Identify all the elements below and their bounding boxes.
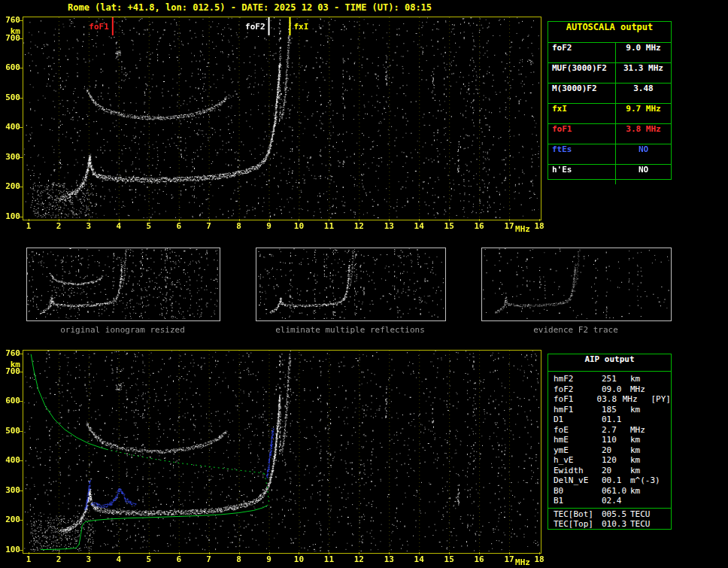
aip-row: hmF2251km xyxy=(548,374,671,384)
aip-row-extra xyxy=(662,455,671,466)
y-tick-label: 600 xyxy=(0,396,20,405)
aip-row-value: 03.8 xyxy=(597,394,623,405)
x-tick-label: 7 xyxy=(200,555,218,564)
screen: { "title": "Rome (lat: +41.8, lon: 012.5… xyxy=(0,0,728,568)
aip-row-label: B1 xyxy=(548,496,602,506)
aip-row-unit xyxy=(630,415,662,425)
aip-row: B0061.0km xyxy=(548,486,671,497)
aip-row: foE2.7MHz xyxy=(548,425,671,436)
aip-row-unit: km xyxy=(630,466,662,476)
aip-row-label: foF2 xyxy=(548,384,602,395)
aip-row-extra xyxy=(662,445,671,456)
aip-row-label: B0 xyxy=(548,486,602,497)
autoscala-row-value: 31.3 MHz xyxy=(616,63,671,83)
thumbnail-eliminate-reflections-canvas xyxy=(256,248,444,319)
x-tick-label: 12 xyxy=(350,555,368,564)
aip-row-value: 20 xyxy=(602,466,630,476)
y-tick-label: 400 xyxy=(0,456,20,465)
thumbnail-caption-original: original ionogram resized xyxy=(26,325,219,335)
aip-row: D101.1 xyxy=(548,415,671,425)
aip-table-header: AIP output xyxy=(548,354,671,372)
aip-row-unit: TECU xyxy=(630,519,662,530)
x-tick-label: 15 xyxy=(440,222,458,231)
x-tick-label: 5 xyxy=(140,555,158,564)
aip-row-unit: MHz xyxy=(623,394,651,405)
x-tick-label: 14 xyxy=(410,222,428,231)
aip-row-label: h_vE xyxy=(548,455,602,466)
aip-row-value: 00.1 xyxy=(602,475,630,486)
x-axis-unit-label: MHz xyxy=(515,558,530,567)
autoscala-row-value: 9.7 MHz xyxy=(616,104,671,123)
y-axis-unit-label: km xyxy=(0,27,20,36)
autoscala-row: foF13.8 MHz xyxy=(548,124,671,144)
autoscala-row-label: foF2 xyxy=(548,43,616,62)
x-tick-label: 14 xyxy=(410,555,428,564)
x-tick-label: 13 xyxy=(380,222,398,231)
x-tick-label: 17 xyxy=(500,222,518,231)
aip-row-value: 251 xyxy=(602,374,630,384)
autoscala-row-label: M(3000)F2 xyxy=(548,84,616,103)
aip-row-unit: km xyxy=(630,405,662,415)
aip-row-unit: TECU xyxy=(630,509,662,520)
aip-row: DelN_vE00.1m^(-3) xyxy=(548,475,671,486)
autoscala-row-value: NO xyxy=(616,165,671,184)
y-tick-label: 200 xyxy=(0,515,20,524)
y-tick-label: 500 xyxy=(0,93,20,102)
y-tick-label: 500 xyxy=(0,427,20,436)
aip-table-body: hmF2251kmfoF209.0MHzfoF103.8MHz[PY]hmF11… xyxy=(548,372,671,506)
x-tick-label: 18 xyxy=(530,222,548,231)
x-tick-label: 2 xyxy=(50,222,68,231)
thumbnail-caption-evidence: evidence F2 trace xyxy=(481,325,670,335)
x-tick-label: 8 xyxy=(230,222,248,231)
x-tick-label: 13 xyxy=(380,555,398,564)
autoscala-row-label: h'Es xyxy=(548,165,616,184)
y-tick-label: 100 xyxy=(0,545,20,554)
thumbnail-eliminate-reflections xyxy=(256,248,446,321)
x-tick-label: 12 xyxy=(350,222,368,231)
aip-row-unit: km xyxy=(630,374,662,384)
aip-row-label: TEC[Bot] xyxy=(548,509,602,520)
autoscala-row-value: NO xyxy=(616,144,671,164)
y-tick-label: 300 xyxy=(0,153,20,162)
aip-tec-section: TEC[Bot]005.5TECUTEC[Top]010.3TECU xyxy=(548,508,671,530)
autoscala-row-label: MUF(3000)F2 xyxy=(548,63,616,83)
x-tick-label: 10 xyxy=(290,555,308,564)
thumbnail-original-ionogram xyxy=(26,248,220,321)
y-tick-label: 100 xyxy=(0,212,20,221)
x-tick-label: 7 xyxy=(200,222,218,231)
aip-row-value: 005.5 xyxy=(602,509,630,520)
x-tick-label: 10 xyxy=(290,222,308,231)
aip-row: B102.4 xyxy=(548,496,671,506)
aip-row-extra xyxy=(662,435,671,445)
x-tick-label: 8 xyxy=(230,555,248,564)
aip-row: h_vE120km xyxy=(548,455,671,466)
x-tick-label: 4 xyxy=(110,555,128,564)
aip-row-unit: km xyxy=(630,445,662,456)
x-tick-label: 3 xyxy=(80,222,98,231)
x-tick-label: 11 xyxy=(320,222,338,231)
aip-row-unit xyxy=(630,496,662,506)
x-tick-label: 2 xyxy=(50,555,68,564)
aip-row-label: ymE xyxy=(548,445,602,456)
autoscala-row-value: 9.0 MHz xyxy=(616,43,671,62)
bottom-ionogram-canvas xyxy=(23,351,539,551)
top-ionogram-panel xyxy=(23,17,541,220)
aip-row-extra xyxy=(662,415,671,425)
x-tick-label: 17 xyxy=(500,555,518,564)
y-tick-label: 600 xyxy=(0,63,20,72)
aip-row: hmF1185km xyxy=(548,405,671,415)
aip-row-extra xyxy=(662,374,671,384)
aip-row-value: 02.4 xyxy=(602,496,630,506)
x-tick-label: 11 xyxy=(320,555,338,564)
x-tick-label: 6 xyxy=(170,555,188,564)
x-tick-label: 5 xyxy=(140,222,158,231)
aip-row-value: 2.7 xyxy=(602,425,630,436)
autoscala-output-table: AUTOSCALA output foF29.0 MHzMUF(3000)F23… xyxy=(548,21,672,180)
autoscala-row-value: 3.8 MHz xyxy=(616,124,671,144)
autoscala-table-body: foF29.0 MHzMUF(3000)F231.3 MHzM(3000)F23… xyxy=(548,43,671,184)
x-tick-label: 1 xyxy=(20,222,38,231)
x-tick-label: 9 xyxy=(260,555,278,564)
aip-row-label: D1 xyxy=(548,415,602,425)
bottom-ionogram-panel xyxy=(23,350,541,554)
y-tick-label: 700 xyxy=(0,34,20,43)
